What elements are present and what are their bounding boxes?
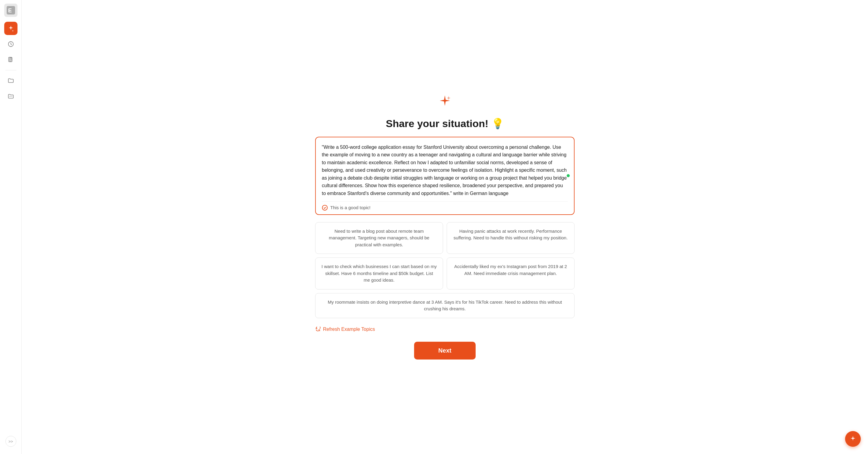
collapse-icon: >>	[8, 439, 13, 444]
float-icon	[849, 435, 857, 443]
title-emoji: 💡	[491, 118, 504, 129]
main-content: Share your situation! 💡 This is a good t…	[22, 0, 868, 454]
float-action-button[interactable]	[845, 431, 861, 447]
next-button[interactable]: Next	[414, 342, 475, 360]
check-circle-icon	[322, 205, 328, 211]
good-topic-badge: This is a good topic!	[322, 201, 568, 211]
status-dot	[567, 174, 570, 177]
sidebar-item-documents[interactable]	[4, 53, 18, 66]
refresh-icon	[315, 327, 320, 332]
topic-textarea[interactable]	[322, 143, 568, 198]
example-card-3[interactable]: I want to check which businesses I can s…	[315, 257, 443, 289]
content-wrapper: Share your situation! 💡 This is a good t…	[315, 95, 575, 360]
spark-icon	[438, 95, 451, 110]
examples-grid: Need to write a blog post about remote t…	[315, 222, 575, 318]
logo-button[interactable]: E	[4, 4, 18, 17]
svg-text:E: E	[8, 7, 12, 13]
topic-input-card: This is a good topic!	[315, 137, 575, 215]
page-title: Share your situation! 💡	[386, 117, 504, 130]
example-card-2[interactable]: Having panic attacks at work recently. P…	[447, 222, 575, 254]
sidebar-item-history[interactable]	[4, 37, 18, 51]
sidebar-item-folder2[interactable]	[4, 90, 18, 103]
logo-icon: E	[7, 6, 15, 15]
sidebar: E	[0, 0, 22, 454]
sidebar-item-folder1[interactable]	[4, 74, 18, 87]
example-card-5[interactable]: My roommate insists on doing interpretiv…	[315, 293, 575, 318]
sidebar-collapse-button[interactable]: >>	[5, 436, 16, 447]
sidebar-divider	[5, 70, 16, 70]
sidebar-item-ai-assistant[interactable]	[4, 22, 18, 35]
good-topic-text: This is a good topic!	[330, 205, 370, 210]
example-card-4[interactable]: Accidentally liked my ex's Instagram pos…	[447, 257, 575, 289]
refresh-button[interactable]: Refresh Example Topics	[315, 325, 375, 333]
example-card-1[interactable]: Need to write a blog post about remote t…	[315, 222, 443, 254]
svg-point-5	[322, 205, 328, 210]
